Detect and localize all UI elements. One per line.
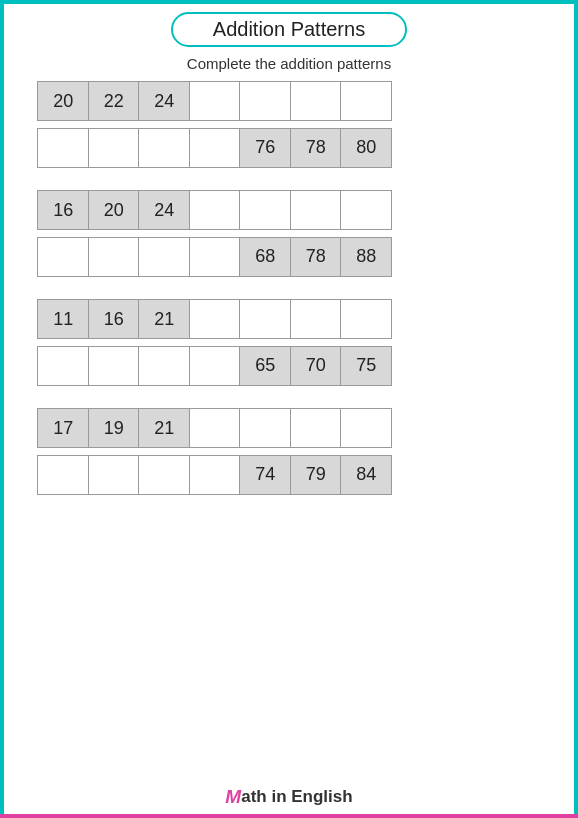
number-row-2: 767880 [38, 129, 392, 168]
empty-cell[interactable] [138, 346, 190, 386]
empty-cell[interactable] [290, 190, 342, 230]
empty-cell[interactable] [88, 455, 140, 495]
empty-cell[interactable] [189, 346, 241, 386]
empty-cell[interactable] [37, 455, 89, 495]
empty-cell[interactable] [189, 299, 241, 339]
footer: Math in English [0, 786, 578, 808]
empty-cell[interactable] [189, 408, 241, 448]
filled-cell: 17 [37, 408, 89, 448]
right-border [574, 0, 578, 818]
empty-cell[interactable] [290, 408, 342, 448]
empty-cell[interactable] [239, 81, 291, 121]
empty-cell[interactable] [340, 190, 392, 230]
filled-cell: 79 [290, 455, 342, 495]
footer-rest: ath in English [241, 787, 352, 807]
main-content: Addition Patterns Complete the addition … [8, 8, 570, 810]
filled-cell: 16 [88, 299, 140, 339]
empty-cell[interactable] [239, 299, 291, 339]
page-title: Addition Patterns [213, 18, 365, 40]
empty-cell[interactable] [239, 190, 291, 230]
filled-cell: 84 [340, 455, 392, 495]
filled-cell: 74 [239, 455, 291, 495]
empty-cell[interactable] [189, 455, 241, 495]
empty-cell[interactable] [189, 237, 241, 277]
empty-cell[interactable] [37, 128, 89, 168]
filled-cell: 70 [290, 346, 342, 386]
title-box: Addition Patterns [171, 12, 407, 47]
empty-cell[interactable] [340, 81, 392, 121]
filled-cell: 80 [340, 128, 392, 168]
filled-cell: 24 [138, 81, 190, 121]
number-row-8: 747984 [38, 456, 392, 495]
empty-cell[interactable] [37, 346, 89, 386]
filled-cell: 21 [138, 408, 190, 448]
number-row-1: 202224 [38, 82, 392, 121]
bottom-border [0, 814, 578, 818]
filled-cell: 22 [88, 81, 140, 121]
number-row-3: 162024 [38, 191, 392, 230]
empty-cell[interactable] [88, 237, 140, 277]
filled-cell: 75 [340, 346, 392, 386]
number-row-4: 687888 [38, 238, 392, 277]
top-border [0, 0, 578, 4]
left-border [0, 0, 4, 818]
empty-cell[interactable] [37, 237, 89, 277]
filled-cell: 24 [138, 190, 190, 230]
filled-cell: 20 [37, 81, 89, 121]
filled-cell: 19 [88, 408, 140, 448]
number-row-7: 171921 [38, 409, 392, 448]
empty-cell[interactable] [138, 128, 190, 168]
empty-cell[interactable] [340, 408, 392, 448]
empty-cell[interactable] [88, 128, 140, 168]
empty-cell[interactable] [189, 128, 241, 168]
empty-cell[interactable] [290, 81, 342, 121]
subtitle: Complete the addition patterns [187, 55, 391, 72]
empty-cell[interactable] [290, 299, 342, 339]
filled-cell: 21 [138, 299, 190, 339]
empty-cell[interactable] [138, 237, 190, 277]
filled-cell: 16 [37, 190, 89, 230]
empty-cell[interactable] [138, 455, 190, 495]
empty-cell[interactable] [189, 190, 241, 230]
empty-cell[interactable] [239, 408, 291, 448]
filled-cell: 78 [290, 128, 342, 168]
filled-cell: 65 [239, 346, 291, 386]
empty-cell[interactable] [340, 299, 392, 339]
filled-cell: 11 [37, 299, 89, 339]
filled-cell: 68 [239, 237, 291, 277]
number-row-5: 111621 [38, 300, 392, 339]
filled-cell: 20 [88, 190, 140, 230]
number-row-6: 657075 [38, 347, 392, 386]
empty-cell[interactable] [189, 81, 241, 121]
empty-cell[interactable] [88, 346, 140, 386]
patterns-area: 2022247678801620246878881116216570751719… [8, 82, 570, 494]
filled-cell: 78 [290, 237, 342, 277]
filled-cell: 88 [340, 237, 392, 277]
footer-m: M [225, 786, 241, 808]
filled-cell: 76 [239, 128, 291, 168]
